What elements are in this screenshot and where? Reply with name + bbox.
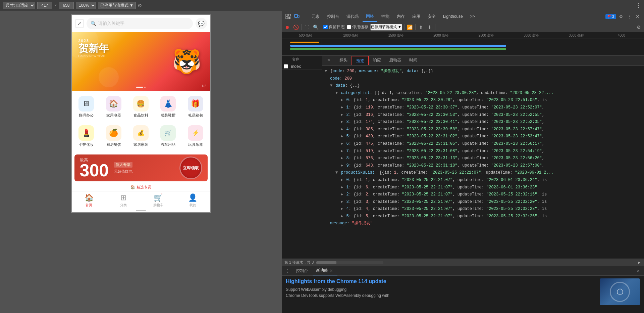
more-options-button[interactable]: ⋮ bbox=[636, 2, 641, 9]
network-list-area: 名称 index ✕ 标头 预览 响应 bbox=[282, 56, 644, 259]
category-item-cosmetics[interactable]: 💄 个护化妆 bbox=[73, 123, 99, 149]
record-btn[interactable]: ⏺ bbox=[284, 24, 290, 31]
tab-memory[interactable]: 内存 bbox=[393, 11, 408, 22]
expand-panel-btn[interactable]: ▶ bbox=[637, 261, 641, 265]
horizontal-scrollbar[interactable] bbox=[316, 261, 383, 264]
inspect-icon-btn[interactable] bbox=[284, 13, 292, 20]
tab-performance[interactable]: 性能 bbox=[378, 11, 393, 22]
preserve-log-checkbox[interactable] bbox=[323, 25, 328, 29]
tab-elements[interactable]: 元素 bbox=[308, 11, 323, 22]
filter-btn[interactable]: ⛶ bbox=[304, 24, 310, 31]
indicator-active bbox=[136, 87, 143, 88]
disable-cache-label[interactable]: 停用缓存 bbox=[347, 24, 368, 30]
size-preset-select[interactable]: 尺寸: 自适应 bbox=[3, 2, 35, 9]
json-cat-9: ▶ 9: {id: 643, createTime: "2023-05-22 2… bbox=[325, 162, 641, 170]
category-item-appliance[interactable]: 🏠 家用电器 bbox=[101, 94, 126, 120]
resp-tab-initiator[interactable]: 启动器 bbox=[385, 56, 405, 65]
promo-banner[interactable]: 最高 300 新人专享 元超值红包 立即领取 bbox=[74, 154, 208, 181]
devtools-panel: 元素 控制台 源代码 网络 性能 内存 应用 安全 Lighthouse >> … bbox=[282, 11, 644, 313]
preserve-log-label[interactable]: 保留日志 bbox=[323, 24, 345, 30]
clear-btn[interactable]: 🚫 bbox=[292, 24, 299, 31]
download-icon[interactable]: ⬇ bbox=[426, 24, 433, 31]
json-cat-8: ▶ 8: {id: 576, createTime: "2023-05-22 2… bbox=[325, 155, 641, 162]
request-item-index[interactable]: index bbox=[282, 63, 322, 70]
responsive-icon-btn[interactable] bbox=[293, 13, 301, 20]
devtools-top-tabs: 元素 控制台 源代码 网络 性能 内存 应用 安全 Lighthouse >> … bbox=[282, 11, 644, 22]
chat-button[interactable]: 💬 bbox=[196, 18, 207, 29]
category-item-gifts[interactable]: 🎁 礼品箱包 bbox=[182, 94, 208, 120]
devtools-icon-buttons bbox=[284, 13, 301, 20]
status-text: 第 1 项请求，共 3 bbox=[284, 260, 314, 265]
upload-icon[interactable]: ⬆ bbox=[418, 24, 424, 31]
category-item-kitchen[interactable]: 🍊 厨房餐饮 bbox=[101, 123, 126, 149]
tab-console[interactable]: 控制台 bbox=[324, 11, 342, 22]
nw-throttle-btn[interactable]: 已停用节流模式 ▼ bbox=[370, 24, 402, 31]
resp-tab-close[interactable]: ✕ bbox=[322, 56, 335, 65]
mark-3500: 3500 毫秒 bbox=[554, 33, 599, 38]
resp-tab-timing[interactable]: 时间 bbox=[405, 56, 421, 65]
category-item-3c[interactable]: 🖥 数码办公 bbox=[73, 94, 99, 120]
whats-new-container: Highlights from the Chrome 114 update Su… bbox=[286, 278, 640, 299]
whats-new-thumbnail: ⬡ bbox=[600, 278, 640, 305]
nav-home[interactable]: 🏠 首页 bbox=[72, 193, 106, 208]
category-item-clothing[interactable]: 👗 服装鞋帽 bbox=[155, 94, 181, 120]
category-item-food[interactable]: 🍔 食品饮料 bbox=[128, 94, 154, 120]
bottom-panel-close-btn[interactable]: ✕ bbox=[635, 268, 641, 274]
bottom-tab-close-btn[interactable]: ✕ bbox=[328, 268, 334, 274]
tab-sources[interactable]: 源代码 bbox=[343, 11, 362, 22]
devtools-more-btn[interactable]: ⋮ bbox=[626, 13, 633, 20]
category-icon-appliance: 🏠 bbox=[106, 96, 121, 111]
bottom-tab-whatsnew[interactable]: 新功能 ✕ bbox=[313, 266, 337, 275]
nav-cart[interactable]: 🛒 购物车 bbox=[141, 193, 175, 208]
cart-nav-icon: 🛒 bbox=[154, 193, 163, 202]
tab-more[interactable]: >> bbox=[467, 11, 478, 22]
phone-banner[interactable]: 2023 贺新年 HAPPY NEW YEAR 🐯 1/2 bbox=[72, 32, 210, 91]
settings-icon-btn[interactable]: ⚙ bbox=[617, 13, 625, 20]
disable-cache-checkbox[interactable] bbox=[347, 25, 351, 29]
width-input[interactable]: 417 bbox=[37, 2, 52, 9]
json-sku-4: ▶ 4: {id: 4, createTime: "2023-05-25 22:… bbox=[325, 206, 641, 213]
issues-badge[interactable]: 🚩 2 bbox=[605, 14, 616, 19]
devtools-settings-icons: 🚩 2 ⚙ ⋮ ✕ bbox=[605, 13, 641, 20]
phone-bottom-preview: 🏠 精选专员 bbox=[72, 183, 210, 191]
timeline-bar-green bbox=[290, 48, 506, 50]
bottom-tab-console[interactable]: 控制台 bbox=[292, 266, 311, 275]
height-input[interactable]: 658 bbox=[59, 2, 74, 9]
rotate-icon[interactable]: ⊙ bbox=[138, 3, 142, 8]
promo-claim-button[interactable]: 立即领取 bbox=[179, 156, 202, 179]
expand-icon[interactable]: ⤢ bbox=[75, 19, 84, 28]
category-item-auto[interactable]: 🛒 汽车用品 bbox=[155, 123, 181, 149]
category-label-cosmetics: 个护化妆 bbox=[79, 142, 94, 147]
tab-lighthouse[interactable]: Lighthouse bbox=[440, 11, 466, 22]
json-root: ▼ {code: 200, message: "操作成功", data: {,…… bbox=[325, 68, 641, 75]
resp-tab-response[interactable]: 响应 bbox=[369, 56, 385, 65]
zoom-select[interactable]: 100% bbox=[76, 2, 96, 9]
bottom-tabs-bar: ⋮ 控制台 新功能 ✕ ✕ bbox=[282, 266, 644, 276]
category-item-home[interactable]: 💰 家居家装 bbox=[128, 123, 154, 149]
throttle-button[interactable]: 已停用节流模式 ▼ bbox=[98, 2, 136, 9]
top-toolbar: 尺寸: 自适应 417 × 658 100% 已停用节流模式 ▼ ⊙ ⋮ bbox=[0, 0, 644, 11]
nav-profile[interactable]: 👤 我的 bbox=[175, 193, 210, 208]
resp-tab-preview[interactable]: 预览 bbox=[352, 56, 369, 65]
search-input[interactable]: 🔍 请输入关键字 bbox=[87, 18, 193, 29]
json-cat-5: ▶ 5: {id: 430, createTime: "2023-05-22 2… bbox=[325, 133, 641, 140]
category-label-food: 食品饮料 bbox=[133, 113, 148, 118]
tab-security[interactable]: 安全 bbox=[424, 11, 439, 22]
resp-close-icon[interactable]: ✕ bbox=[326, 57, 331, 63]
request-checkbox[interactable] bbox=[284, 64, 288, 69]
tab-application[interactable]: 应用 bbox=[409, 11, 424, 22]
mark-4000: 4000 bbox=[599, 34, 644, 37]
bottom-more-icon[interactable]: ⋮ bbox=[284, 268, 291, 274]
timeline-bars bbox=[282, 39, 644, 56]
nav-category[interactable]: ⊞ 分类 bbox=[106, 193, 141, 208]
category-icon-food: 🍔 bbox=[133, 96, 149, 111]
json-cat-1: ▶ 1: {id: 119, createTime: "2023-05-22 2… bbox=[325, 104, 641, 111]
json-message: message: "操作成功" bbox=[325, 220, 641, 227]
nw-more-btn[interactable]: ⚙ bbox=[635, 24, 642, 31]
devtools-close-btn[interactable]: ✕ bbox=[634, 13, 641, 20]
tab-network[interactable]: 网络 bbox=[363, 11, 377, 22]
search-btn[interactable]: 🔍 bbox=[312, 24, 319, 31]
category-label-kitchen: 厨房餐饮 bbox=[106, 142, 121, 147]
resp-tab-headers[interactable]: 标头 bbox=[335, 56, 352, 65]
category-item-toys[interactable]: ⚡ 玩具乐器 bbox=[182, 123, 208, 149]
